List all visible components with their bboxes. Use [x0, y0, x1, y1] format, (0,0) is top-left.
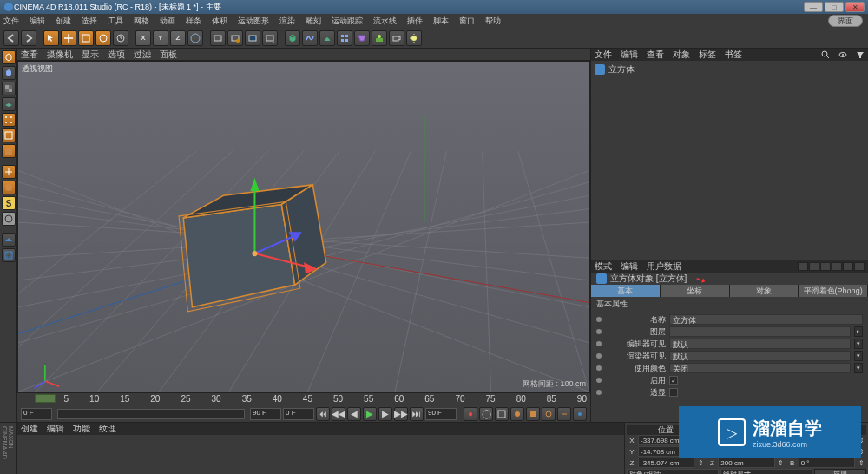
array-tool[interactable]	[337, 30, 352, 46]
nurbs-tool[interactable]	[319, 30, 335, 46]
attr-nav-up[interactable]	[820, 262, 831, 271]
cube-primitive[interactable]	[285, 30, 300, 46]
edge-mode[interactable]	[2, 128, 16, 142]
attr-layer-drop[interactable]: ▸	[854, 326, 863, 337]
attr-xray-checkbox[interactable]	[669, 388, 678, 397]
attr-tab-coord[interactable]: 坐标	[661, 285, 730, 297]
obj-tab-tags[interactable]: 标签	[699, 49, 716, 61]
key-options[interactable]	[495, 407, 509, 421]
x-axis-lock[interactable]: X	[135, 30, 151, 46]
goto-start-button[interactable]: ⏮	[316, 407, 330, 421]
attr-nav-back[interactable]	[798, 262, 808, 271]
vp-menu-camera[interactable]: 摄像机	[47, 49, 73, 61]
coord-z-pos[interactable]: -345.074 cm	[638, 458, 694, 468]
viewport-3d[interactable]: 透视视图 网格间距 : 100 cm	[17, 61, 590, 392]
menu-script[interactable]: 脚本	[433, 16, 449, 27]
model-mode[interactable]	[2, 66, 16, 80]
attr-editor-vis-drop[interactable]: ▾	[854, 339, 863, 349]
obj-tab-bookmarks[interactable]: 书签	[725, 49, 742, 61]
obj-eye-icon[interactable]	[838, 50, 847, 59]
menu-pipeline[interactable]: 流水线	[373, 16, 397, 27]
layout-dropdown[interactable]: 界面	[828, 15, 863, 27]
attr-nav-menu[interactable]	[854, 262, 865, 271]
attr-nav-home[interactable]	[832, 262, 842, 271]
minimize-button[interactable]: —	[804, 2, 823, 12]
obj-tab-view[interactable]: 查看	[647, 49, 664, 61]
timeline-start[interactable]: 0 F	[21, 408, 52, 420]
play-button[interactable]: ▶	[363, 407, 377, 421]
deformer-tool[interactable]	[354, 30, 370, 46]
obj-tab-objects[interactable]: 对象	[673, 49, 690, 61]
recent-tool[interactable]	[113, 30, 128, 46]
attr-menu-mode[interactable]: 模式	[595, 260, 612, 273]
camera-tool[interactable]	[389, 30, 404, 46]
coord-b[interactable]: 0 °	[799, 458, 855, 468]
redo-button[interactable]	[21, 30, 36, 46]
menu-help[interactable]: 帮助	[485, 16, 501, 27]
attr-tab-basic[interactable]: 基本	[591, 285, 661, 297]
timeline-playhead[interactable]	[35, 394, 56, 403]
record-button[interactable]: ●	[464, 407, 477, 421]
vp-menu-view[interactable]: 查看	[21, 49, 38, 61]
key-pos[interactable]	[510, 407, 524, 421]
y-axis-lock[interactable]: Y	[153, 30, 168, 46]
env-tool[interactable]	[372, 30, 387, 46]
vp-menu-filter[interactable]: 过滤	[134, 49, 151, 61]
coord-mode2[interactable]: 绝对尺寸	[720, 469, 812, 474]
undo-button[interactable]	[3, 30, 19, 46]
key-pla[interactable]	[573, 407, 587, 421]
move-tool[interactable]	[61, 30, 76, 46]
attr-menu-edit[interactable]: 编辑	[621, 260, 638, 273]
menu-render[interactable]: 渲染	[279, 16, 295, 27]
render-settings[interactable]	[262, 30, 278, 46]
vp-menu-options[interactable]: 选项	[108, 49, 125, 61]
obj-tab-file[interactable]: 文件	[595, 49, 612, 61]
key-scale[interactable]	[526, 407, 540, 421]
snap-toggle[interactable]: S	[2, 196, 16, 210]
select-tool[interactable]	[43, 30, 59, 46]
object-cube[interactable]: 立方体	[593, 63, 866, 76]
z-axis-lock[interactable]: Z	[170, 30, 186, 46]
obj-filter-icon[interactable]	[856, 50, 865, 59]
menu-volume[interactable]: 体积	[212, 16, 227, 27]
menu-tools[interactable]: 工具	[108, 16, 123, 27]
coord-apply-button[interactable]: 应用	[814, 469, 866, 474]
rotate-tool[interactable]	[95, 30, 111, 46]
menu-spline[interactable]: 样条	[186, 16, 201, 27]
prev-key-button[interactable]: ◀◀	[332, 407, 345, 421]
viewport-toggle[interactable]	[2, 181, 16, 194]
timeline-ruler[interactable]: 051015202530354045505560657075808590	[17, 392, 590, 405]
close-button[interactable]: ✕	[845, 2, 865, 12]
attr-layer-input[interactable]	[669, 326, 851, 337]
uv-mode[interactable]	[2, 248, 16, 262]
coord-system[interactable]	[187, 30, 203, 46]
modeling-mode[interactable]	[2, 233, 16, 247]
workplane-mode[interactable]	[2, 97, 16, 111]
attr-enable-checkbox[interactable]: ✓	[669, 376, 678, 385]
prev-frame-button[interactable]: ◀	[347, 407, 361, 421]
axis-toggle[interactable]	[2, 165, 16, 179]
mat-tab-func[interactable]: 功能	[73, 423, 90, 435]
menu-window[interactable]: 窗口	[459, 16, 475, 27]
menu-edit[interactable]: 编辑	[30, 16, 45, 27]
menu-anim[interactable]: 动画	[160, 16, 175, 27]
attr-tab-object[interactable]: 对象	[730, 285, 799, 297]
menu-create[interactable]: 创建	[56, 16, 71, 27]
point-mode[interactable]	[2, 113, 16, 127]
make-editable[interactable]	[2, 50, 16, 64]
timeline-max[interactable]: 90 F	[425, 408, 457, 420]
attr-nav-lock[interactable]	[843, 262, 853, 271]
attr-render-vis-select[interactable]: 默认	[669, 351, 851, 361]
coord-z-size[interactable]: 200 cm	[718, 458, 774, 468]
mat-tab-create[interactable]: 创建	[21, 423, 38, 435]
timeline-current[interactable]: 0 F	[283, 408, 314, 420]
menu-file[interactable]: 文件	[3, 16, 19, 27]
menu-plugin[interactable]: 插件	[407, 16, 423, 27]
vp-menu-display[interactable]: 显示	[82, 49, 99, 61]
menu-mesh[interactable]: 网格	[134, 16, 149, 27]
key-param[interactable]	[557, 407, 571, 421]
menu-mograph[interactable]: 运动图形	[238, 16, 269, 27]
light-tool[interactable]	[406, 30, 422, 46]
menu-select[interactable]: 选择	[82, 16, 97, 27]
mat-tab-texture[interactable]: 纹理	[99, 423, 116, 435]
